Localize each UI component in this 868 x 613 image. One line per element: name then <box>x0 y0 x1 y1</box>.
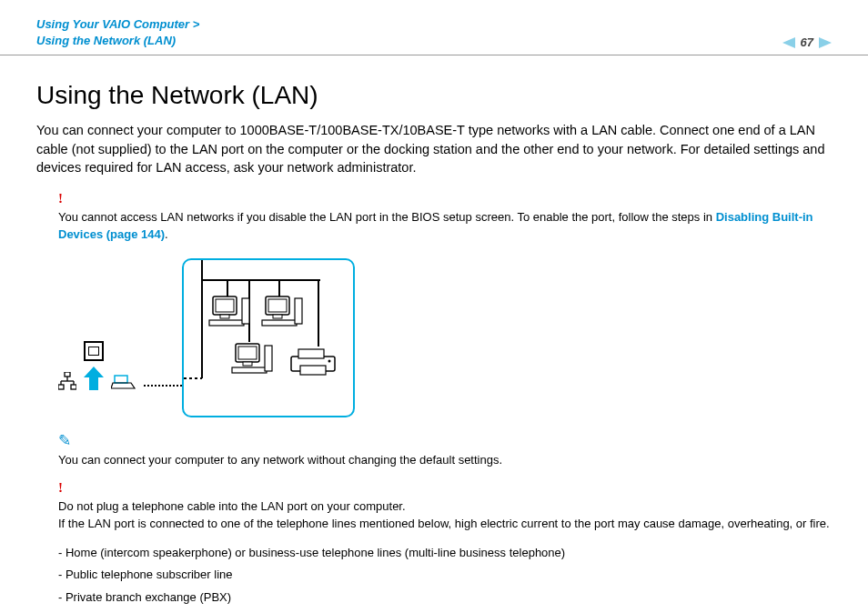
list-item: Private branch exchange (PBX) <box>58 587 832 609</box>
svg-rect-31 <box>265 346 272 371</box>
network-box <box>182 258 355 417</box>
breadcrumb-line2[interactable]: Using the Network (LAN) <box>36 33 199 49</box>
pencil-icon: ✎ <box>58 430 832 453</box>
warning2-line1: Do not plug a telephone cable into the L… <box>58 498 832 516</box>
arrow-up-icon <box>84 367 104 394</box>
tip-text: You can connect your computer to any net… <box>58 452 832 469</box>
intro-paragraph: You can connect your computer to 1000BAS… <box>36 121 832 176</box>
svg-rect-21 <box>242 298 249 324</box>
svg-rect-34 <box>300 366 326 375</box>
svg-rect-19 <box>220 315 229 318</box>
list-item: Public telephone subscriber line <box>58 564 832 587</box>
telephone-lines-list: Home (intercom speakerphone) or business… <box>58 542 832 609</box>
dotted-cable-line <box>144 385 182 387</box>
warning-icon: ! <box>58 189 832 209</box>
diagram-port-arrow-group <box>84 341 104 394</box>
warning2-line2: If the LAN port is connected to one of t… <box>58 516 832 533</box>
svg-marker-9 <box>84 367 104 390</box>
diagram-left-icons <box>58 341 182 417</box>
page-number: 67 <box>801 35 813 49</box>
svg-rect-18 <box>216 299 234 312</box>
svg-rect-25 <box>262 320 297 326</box>
svg-rect-33 <box>298 349 324 358</box>
breadcrumb: Using Your VAIO Computer > Using the Net… <box>36 16 199 49</box>
warning1-suffix: . <box>165 227 168 241</box>
network-box-svg <box>184 260 351 414</box>
warning-note-1: ! You cannot access LAN networks if you … <box>58 189 832 243</box>
page-header: Using Your VAIO Computer > Using the Net… <box>0 0 868 55</box>
prev-page-arrow-icon[interactable] <box>782 37 795 48</box>
network-diagram <box>58 258 832 417</box>
page-title: Using the Network (LAN) <box>36 81 832 110</box>
svg-point-35 <box>328 359 331 362</box>
svg-marker-1 <box>819 37 832 48</box>
laptop-icon <box>111 374 136 394</box>
tip-note: ✎ You can connect your computer to any n… <box>58 430 832 469</box>
svg-rect-29 <box>243 362 252 366</box>
svg-rect-28 <box>238 347 257 359</box>
lan-port-icon <box>84 341 104 361</box>
svg-rect-20 <box>209 320 244 326</box>
svg-rect-4 <box>71 385 76 389</box>
network-topology-icon <box>58 372 76 394</box>
breadcrumb-line1[interactable]: Using Your VAIO Computer > <box>36 16 199 33</box>
warning1-text: You cannot access LAN networks if you di… <box>58 210 716 224</box>
svg-rect-24 <box>273 315 282 318</box>
svg-rect-23 <box>268 299 287 312</box>
svg-rect-2 <box>65 372 70 377</box>
warning-note-2: ! Do not plug a telephone cable into the… <box>58 478 832 532</box>
list-item: Home (intercom speakerphone) or business… <box>58 542 832 565</box>
warning-icon: ! <box>58 478 832 498</box>
page-navigation: 67 <box>782 35 832 49</box>
next-page-arrow-icon[interactable] <box>819 37 832 48</box>
svg-rect-26 <box>295 298 302 324</box>
svg-rect-30 <box>232 367 267 373</box>
svg-rect-3 <box>58 385 64 389</box>
svg-marker-0 <box>782 37 795 48</box>
page-content: Using the Network (LAN) You can connect … <box>0 55 868 613</box>
